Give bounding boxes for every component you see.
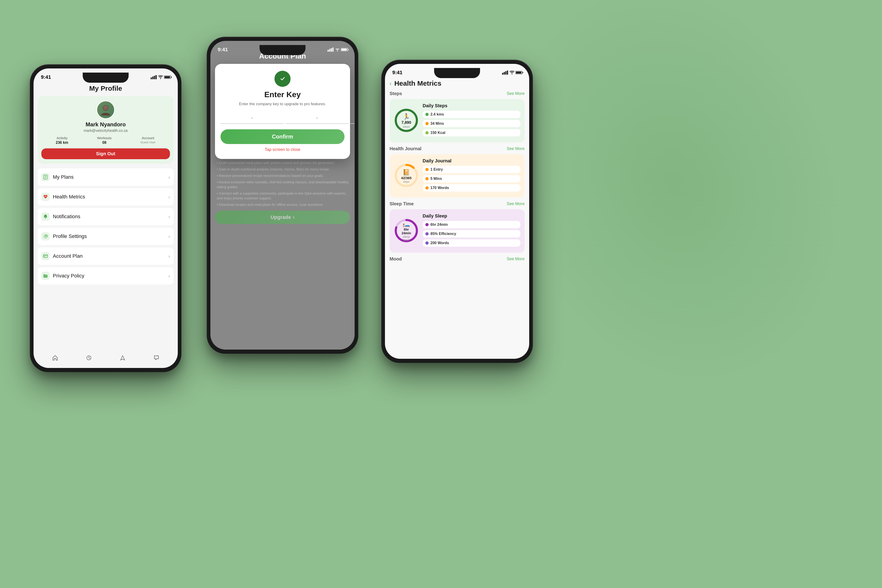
journal-see-more[interactable]: See More [507,146,525,151]
journal-chip-3: 170 Words [423,184,520,192]
phone1-device: 9:41 [30,64,182,372]
profile-settings-icon [41,232,50,240]
pro-bullet-4: • Access exclusive video tutorials, chef… [215,180,350,189]
svg-rect-26 [331,48,332,52]
journal-section-title: Health Journal [390,146,422,152]
steps-value: 7,890 [402,120,411,125]
key-input-1[interactable] [220,112,284,124]
stat-account: Account Guest User [140,136,156,145]
pro-bullet-2: • Gain in-depth nutritional analysis (ma… [215,167,350,172]
history-svg [86,355,92,361]
key-input-3[interactable] [351,112,355,124]
phone2-screen: 9:41 [210,41,355,350]
folder-svg [43,273,48,278]
notifications-icon [41,213,50,221]
sleep-see-more[interactable]: See More [507,201,525,206]
mood-see-more[interactable]: See More [507,256,525,261]
phone3-time: 9:41 [390,70,402,76]
journal-chip-3-val: 170 Words [430,186,449,190]
sleep-chip-dot-1 [425,223,429,226]
steps-details: Daily Steps 2.4 kms 34 Mins 150 Kcal [423,103,520,138]
home-nav-icon[interactable] [51,353,60,363]
phone3-health-metrics: 9:41 [381,60,533,363]
svg-rect-39 [516,72,521,74]
profile-stats: Activity 236 km Workouts 08 Account Gues… [41,136,170,145]
key-input-2[interactable] [285,112,349,124]
menu-item-my-plans[interactable]: My Plans › [38,168,174,186]
pro-bullet-3: • Receive personalized recipe recommenda… [215,173,350,178]
phone1-screen: 9:41 [33,69,178,368]
phone2-status-icons [327,48,349,52]
menu-item-privacy-policy[interactable]: Privacy Policy › [38,267,174,285]
modal-badge-area [220,71,345,87]
svg-rect-31 [341,49,347,51]
svg-point-16 [45,218,46,219]
user-email: mark@velocityhealth.co.za [84,129,128,133]
svg-rect-19 [44,255,48,258]
journal-chip-dot-3 [425,186,429,189]
modal-title: Enter Key [220,90,345,99]
user-name: Mark Nyandoro [86,121,126,128]
confirm-button[interactable]: Confirm [220,129,345,144]
menu-item-notifications[interactable]: Notifications › [38,208,174,225]
hm-back-btn[interactable]: ‹ [390,80,392,87]
chat-nav-icon[interactable] [152,353,161,363]
modal-subtitle: Enter the company key to upgrade to pro … [220,101,345,107]
health-metrics-label: Health Metrics [53,194,168,200]
sleep-section-header: Sleep Time See More [390,201,525,207]
signal-icon [151,75,157,79]
svg-rect-24 [327,50,328,52]
wifi-icon3 [510,70,514,75]
mood-section-header: Mood See More [390,256,525,262]
steps-section-header: Steps See More [390,91,525,96]
steps-card-title: Daily Steps [423,103,520,108]
svg-rect-33 [504,72,505,75]
explore-svg [120,355,126,361]
key-inputs-row [220,112,345,124]
steps-see-more[interactable]: See More [507,91,525,96]
svg-point-4 [160,78,161,79]
phone1-my-profile: 9:41 [30,64,182,372]
hm-title: Health Metrics [394,80,441,87]
journal-book-icon: 📔 [403,169,410,176]
journal-card-title: Daily Journal [423,158,520,164]
health-metrics-arrow: › [168,194,170,200]
sign-out-button[interactable]: Sign Out [41,148,170,159]
svg-point-9 [104,106,108,110]
steps-chip-time-val: 34 Mins [430,122,444,126]
tap-to-close-label[interactable]: Tap screen to close [220,147,345,152]
menu-item-health-metrics[interactable]: Health Metrics › [38,188,174,206]
explore-nav-icon[interactable] [118,353,127,363]
menu-item-profile-settings[interactable]: Profile Settings › [38,228,174,245]
account-plan-arrow: › [168,254,170,259]
pro-bullet-6: • Download recipes and meal plans for of… [215,202,350,207]
svg-rect-2 [154,76,155,79]
menu-item-account-plan[interactable]: Account Plan › [38,248,174,265]
profile-card: Mark Nyandoro mark@velocityhealth.co.za … [38,96,174,164]
sleep-section: Sleep Time See More 🛏️ 6hr 24min sleep t… [385,201,529,253]
phone3-screen: 9:41 [385,64,529,359]
steps-chip-dot-3 [425,131,429,134]
journal-details: Daily Journal 1 Entry 5 Mins 170 Words [423,158,520,194]
upgrade-button[interactable]: Upgrade › [215,211,350,224]
phone3-device: 9:41 [381,60,533,363]
history-nav-icon[interactable] [84,353,93,363]
pro-plan-bullets: • Craft customized meal plans with porti… [215,160,350,224]
svg-rect-0 [151,77,152,79]
svg-rect-32 [502,73,503,75]
sleep-bed-icon: 🛏️ [403,220,410,227]
plans-svg [43,175,48,180]
journal-chip-dot-2 [425,177,429,180]
steps-label: steps [402,125,411,128]
sleep-metric-card: 🛏️ 6hr 24min sleep time Daily Sleep 6hr … [390,209,525,253]
svg-rect-7 [165,76,170,78]
health-metrics-icon [41,193,50,201]
steps-metric-card: 🏃 7,890 steps Daily Steps 2.4 kms [390,99,525,142]
profile-settings-arrow: › [168,234,170,239]
sleep-circle: 🛏️ 6hr 24min sleep time [394,218,419,244]
mood-section-title: Mood [390,256,402,262]
mood-section: Mood See More [385,256,529,262]
journal-value: 42/365 [401,176,412,180]
menu-list: My Plans › Health Metrics › [38,168,174,285]
phone3-status-icons [502,70,524,75]
